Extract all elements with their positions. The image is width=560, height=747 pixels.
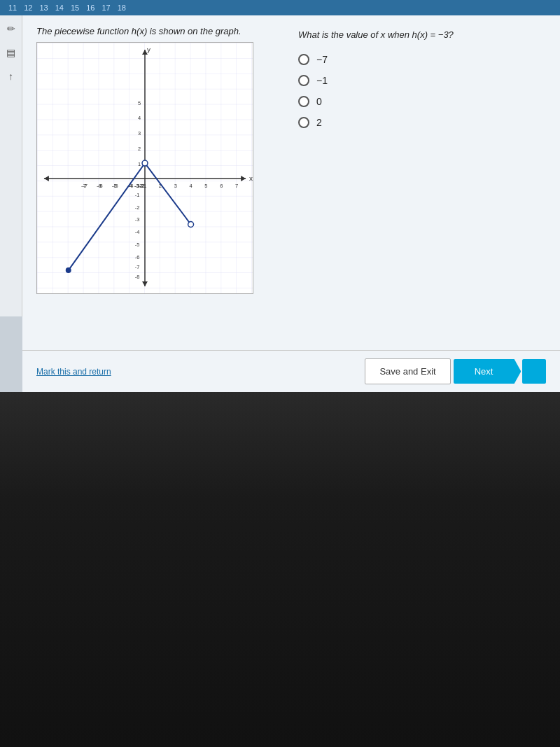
radio-0[interactable] [298, 96, 309, 107]
svg-text:3: 3 [138, 130, 141, 137]
option-0-label: 0 [316, 96, 322, 107]
nav-num-12[interactable]: 12 [22, 3, 34, 13]
screen: 11 12 13 14 15 16 17 18 ✏ ▤ ↑ The piecew… [0, 0, 560, 392]
svg-point-46 [188, 222, 194, 228]
left-sidebar: ✏ ▤ ↑ [0, 15, 22, 316]
pencil-icon[interactable]: ✏ [4, 21, 19, 36]
mark-return-link[interactable]: Mark this and return [36, 367, 111, 377]
radio-neg1[interactable] [298, 75, 309, 86]
option-2[interactable]: 2 [298, 117, 546, 128]
nav-num-17[interactable]: 17 [101, 3, 112, 13]
main-content: The piecewise function h(x) is shown on … [22, 15, 560, 350]
nav-numbers: 11 12 13 14 15 16 17 18 [7, 3, 127, 13]
extra-blue-button[interactable] [522, 359, 546, 384]
arrow-up-icon[interactable]: ↑ [4, 69, 19, 84]
option-0[interactable]: 0 [298, 96, 546, 107]
svg-text:2: 2 [138, 146, 141, 152]
svg-text:4: 4 [190, 183, 192, 189]
svg-text:-3: -3 [135, 217, 140, 223]
action-buttons: Save and Exit Next [365, 358, 546, 384]
svg-text:x: x [249, 174, 253, 182]
graph-container: x y -7 -6 -5 -4 -3 -2 -2 [36, 42, 253, 294]
radio-2[interactable] [298, 117, 309, 128]
graph-title: The piecewise function h(x) is shown on … [36, 26, 284, 36]
question-section: What is the value of x when h(x) = −3? −… [298, 26, 546, 340]
svg-point-45 [142, 160, 148, 166]
nav-num-18[interactable]: 18 [116, 3, 127, 13]
nav-num-14[interactable]: 14 [54, 3, 65, 13]
svg-text:-7: -7 [135, 264, 140, 270]
top-nav: 11 12 13 14 15 16 17 18 [0, 0, 560, 15]
answer-options: −7 −1 0 2 [298, 54, 546, 128]
question-text: What is the value of x when h(x) = −3? [298, 29, 546, 40]
svg-text:-8: -8 [135, 274, 140, 280]
question-area: The piecewise function h(x) is shown on … [22, 15, 560, 350]
option-2-label: 2 [316, 117, 322, 128]
svg-text:3: 3 [174, 183, 177, 189]
svg-point-43 [66, 267, 71, 273]
svg-text:-4: -4 [135, 229, 140, 235]
svg-text:1: 1 [138, 161, 141, 167]
svg-text:4: 4 [138, 115, 141, 121]
nav-num-15[interactable]: 15 [69, 3, 80, 13]
svg-text:-2: -2 [135, 204, 140, 211]
svg-text:-6: -6 [135, 254, 140, 260]
option-neg1-label: −1 [316, 75, 328, 86]
nav-num-13[interactable]: 13 [38, 3, 50, 13]
svg-text:5: 5 [138, 100, 141, 106]
option-neg1[interactable]: −1 [298, 75, 546, 86]
svg-text:-5: -5 [113, 183, 118, 189]
svg-text:-7: -7 [83, 183, 88, 189]
document-icon[interactable]: ▤ [4, 45, 19, 60]
option-neg7-label: −7 [316, 54, 328, 65]
svg-text:-1: -1 [135, 192, 140, 198]
nav-num-16[interactable]: 16 [85, 3, 96, 13]
nav-num-11[interactable]: 11 [7, 3, 18, 13]
save-exit-button[interactable]: Save and Exit [365, 358, 450, 384]
action-bar: Mark this and return Save and Exit Next [22, 350, 560, 392]
svg-text:5: 5 [204, 183, 207, 189]
graph-svg: x y -7 -6 -5 -4 -3 -2 -2 [37, 43, 253, 293]
monitor-body: /ContentViewers/AssessmentViewer/Activit… [0, 392, 560, 747]
svg-text:-1: -1 [142, 183, 147, 189]
svg-text:6: 6 [220, 183, 223, 189]
svg-text:7: 7 [235, 183, 238, 189]
option-neg7[interactable]: −7 [298, 54, 546, 65]
svg-text:-5: -5 [135, 242, 140, 248]
next-button[interactable]: Next [454, 359, 522, 384]
graph-section: The piecewise function h(x) is shown on … [36, 26, 284, 340]
svg-text:y: y [147, 46, 150, 53]
radio-neg7[interactable] [298, 54, 309, 65]
svg-text:-6: -6 [98, 183, 103, 189]
